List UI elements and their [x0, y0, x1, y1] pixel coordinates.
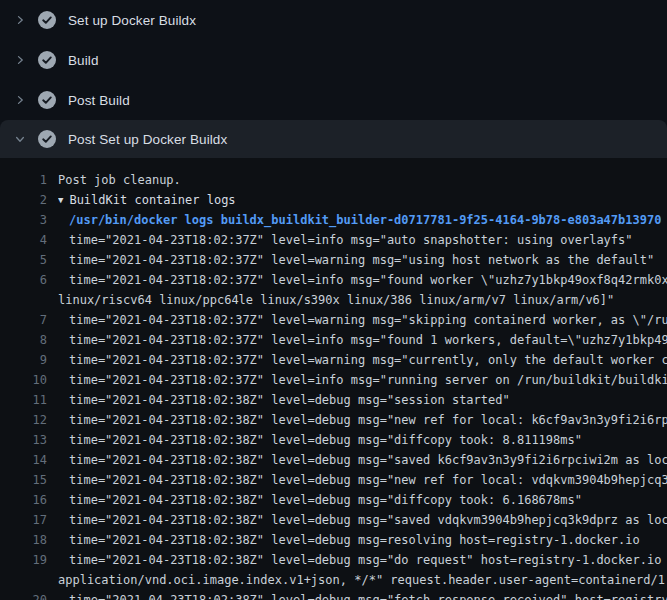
log-line-number[interactable]: 6 — [0, 270, 47, 290]
check-circle-icon — [38, 130, 56, 148]
log-line-text: time="2021-04-23T18:02:37Z" level=warnin… — [69, 250, 654, 270]
log-line-text: time="2021-04-23T18:02:38Z" level=debug … — [69, 510, 667, 530]
step-label[interactable]: Post Set up Docker Buildx — [68, 132, 227, 147]
log-line[interactable]: 3 /usr/bin/docker logs buildx_buildkit_b… — [0, 210, 667, 230]
log-line-content: time="2021-04-23T18:02:37Z" level=info m… — [69, 273, 667, 287]
log-line-content: time="2021-04-23T18:02:38Z" level=debug … — [69, 393, 510, 407]
log-line[interactable]: 16 time="2021-04-23T18:02:38Z" level=deb… — [0, 490, 667, 510]
chevron-right-icon[interactable] — [12, 12, 28, 28]
log-line-content: time="2021-04-23T18:02:37Z" level=info m… — [69, 233, 633, 247]
log-line-content: time="2021-04-23T18:02:37Z" level=info m… — [69, 373, 667, 387]
log-line-text: Post job cleanup. — [58, 170, 181, 190]
log-line-number[interactable]: 4 — [0, 230, 47, 250]
log-line[interactable]: 10 time="2021-04-23T18:02:37Z" level=inf… — [0, 370, 667, 390]
log-line-content: BuildKit container logs — [69, 193, 235, 207]
step-row[interactable]: Post Set up Docker Buildx — [0, 120, 667, 158]
step-row[interactable]: Set up Docker Buildx — [0, 0, 667, 40]
log-line-content: time="2021-04-23T18:02:37Z" level=info m… — [69, 333, 667, 347]
log-line-number[interactable]: 19 — [0, 550, 47, 570]
step-list: Set up Docker Buildx Build — [0, 0, 667, 158]
log-line-text: time="2021-04-23T18:02:38Z" level=debug … — [69, 450, 667, 470]
log-line-content: time="2021-04-23T18:02:38Z" level=debug … — [69, 453, 667, 467]
step-row[interactable]: Post Build — [0, 80, 667, 120]
log-line[interactable]: 20 time="2021-04-23T18:02:38Z" level=deb… — [0, 590, 667, 600]
log-line[interactable]: 12 time="2021-04-23T18:02:38Z" level=deb… — [0, 410, 667, 430]
log-line[interactable]: 11 time="2021-04-23T18:02:38Z" level=deb… — [0, 390, 667, 410]
log-line-content: time="2021-04-23T18:02:37Z" level=warnin… — [69, 353, 667, 367]
log-line-text: time="2021-04-23T18:02:37Z" level=info m… — [69, 370, 667, 390]
log-line-text: time="2021-04-23T18:02:38Z" level=debug … — [69, 590, 667, 600]
log-line-number[interactable]: 10 — [0, 370, 47, 390]
log-line-content: time="2021-04-23T18:02:38Z" level=debug … — [69, 473, 667, 487]
log-line-number[interactable]: 14 — [0, 450, 47, 470]
log-line-text: /usr/bin/docker logs buildx_buildkit_bui… — [69, 210, 661, 230]
log-line-text: time="2021-04-23T18:02:38Z" level=debug … — [69, 550, 667, 570]
log-line-text: time="2021-04-23T18:02:37Z" level=info m… — [69, 230, 633, 250]
log-line-text: time="2021-04-23T18:02:37Z" level=warnin… — [69, 310, 667, 330]
log-line-content: application/vnd.oci.image.index.v1+json,… — [58, 573, 667, 587]
log-line[interactable]: 2 ▼BuildKit container logs — [0, 190, 667, 210]
chevron-right-icon[interactable] — [12, 52, 28, 68]
log-line[interactable]: 4 time="2021-04-23T18:02:37Z" level=info… — [0, 230, 667, 250]
log-line[interactable]: 19 time="2021-04-23T18:02:38Z" level=deb… — [0, 550, 667, 570]
step-row[interactable]: Build — [0, 40, 667, 80]
log-line-number[interactable]: 11 — [0, 390, 47, 410]
step-label[interactable]: Set up Docker Buildx — [68, 13, 196, 28]
log-line[interactable]: 6 time="2021-04-23T18:02:37Z" level=info… — [0, 270, 667, 290]
step-label[interactable]: Post Build — [68, 93, 130, 108]
log-line-text: time="2021-04-23T18:02:38Z" level=debug … — [69, 410, 667, 430]
log-viewer: 1 Post job cleanup. 2 ▼BuildKit containe… — [0, 158, 667, 600]
log-line-text: time="2021-04-23T18:02:38Z" level=debug … — [69, 530, 640, 550]
log-line-number[interactable]: 12 — [0, 410, 47, 430]
check-circle-icon — [38, 91, 56, 109]
log-line-number[interactable]: 17 — [0, 510, 47, 530]
log-line[interactable]: 1 Post job cleanup. — [0, 170, 667, 190]
log-line-content: time="2021-04-23T18:02:38Z" level=debug … — [69, 533, 640, 547]
log-line-number[interactable]: 13 — [0, 430, 47, 450]
log-line-number[interactable]: 8 — [0, 330, 47, 350]
log-line-content: time="2021-04-23T18:02:38Z" level=debug … — [69, 513, 667, 527]
log-line-number[interactable]: 5 — [0, 250, 47, 270]
log-line-number[interactable]: 1 — [0, 170, 47, 190]
step-label[interactable]: Build — [68, 53, 99, 68]
log-line[interactable]: linux/riscv64 linux/ppc64le linux/s390x … — [0, 290, 667, 310]
log-line-number[interactable]: 7 — [0, 310, 47, 330]
log-line-number[interactable]: 9 — [0, 350, 47, 370]
log-line-text: time="2021-04-23T18:02:37Z" level=info m… — [69, 270, 667, 290]
log-line[interactable]: application/vnd.oci.image.index.v1+json,… — [0, 570, 667, 590]
log-line-number[interactable]: 16 — [0, 490, 47, 510]
log-line-content: time="2021-04-23T18:02:38Z" level=debug … — [69, 493, 582, 507]
log-line-text: linux/riscv64 linux/ppc64le linux/s390x … — [58, 290, 614, 310]
log-line-content: Post job cleanup. — [58, 173, 181, 187]
log-line[interactable]: 13 time="2021-04-23T18:02:38Z" level=deb… — [0, 430, 667, 450]
check-circle-icon — [38, 51, 56, 69]
log-line-number[interactable]: 15 — [0, 470, 47, 490]
log-line-content: time="2021-04-23T18:02:38Z" level=debug … — [69, 433, 582, 447]
log-line[interactable]: 14 time="2021-04-23T18:02:38Z" level=deb… — [0, 450, 667, 470]
log-line-text: time="2021-04-23T18:02:37Z" level=info m… — [69, 330, 667, 350]
log-line-text: time="2021-04-23T18:02:37Z" level=warnin… — [69, 350, 667, 370]
log-line-number[interactable]: 2 — [0, 190, 47, 210]
log-line[interactable]: 17 time="2021-04-23T18:02:38Z" level=deb… — [0, 510, 667, 530]
log-line-content: linux/riscv64 linux/ppc64le linux/s390x … — [58, 293, 614, 307]
log-line[interactable]: 7 time="2021-04-23T18:02:37Z" level=warn… — [0, 310, 667, 330]
log-line[interactable]: 15 time="2021-04-23T18:02:38Z" level=deb… — [0, 470, 667, 490]
log-line-number[interactable]: 20 — [0, 590, 47, 600]
log-line-text: time="2021-04-23T18:02:38Z" level=debug … — [69, 430, 582, 450]
log-line[interactable]: 9 time="2021-04-23T18:02:37Z" level=warn… — [0, 350, 667, 370]
log-line-content: time="2021-04-23T18:02:38Z" level=debug … — [69, 593, 667, 600]
actions-log-page: { "steps": [ {"label": "Set up Docker Bu… — [0, 0, 667, 600]
log-line-number[interactable] — [0, 570, 47, 590]
log-line-text: time="2021-04-23T18:02:38Z" level=debug … — [69, 490, 582, 510]
log-line-number[interactable] — [0, 290, 47, 310]
chevron-right-icon[interactable] — [12, 92, 28, 108]
check-circle-icon — [38, 11, 56, 29]
group-collapse-icon[interactable]: ▼ — [58, 195, 63, 205]
log-line[interactable]: 5 time="2021-04-23T18:02:37Z" level=warn… — [0, 250, 667, 270]
log-line-text: time="2021-04-23T18:02:38Z" level=debug … — [69, 390, 510, 410]
log-line-number[interactable]: 3 — [0, 210, 47, 230]
chevron-down-icon[interactable] — [12, 131, 28, 147]
log-line[interactable]: 18 time="2021-04-23T18:02:38Z" level=deb… — [0, 530, 667, 550]
log-line-number[interactable]: 18 — [0, 530, 47, 550]
log-line[interactable]: 8 time="2021-04-23T18:02:37Z" level=info… — [0, 330, 667, 350]
